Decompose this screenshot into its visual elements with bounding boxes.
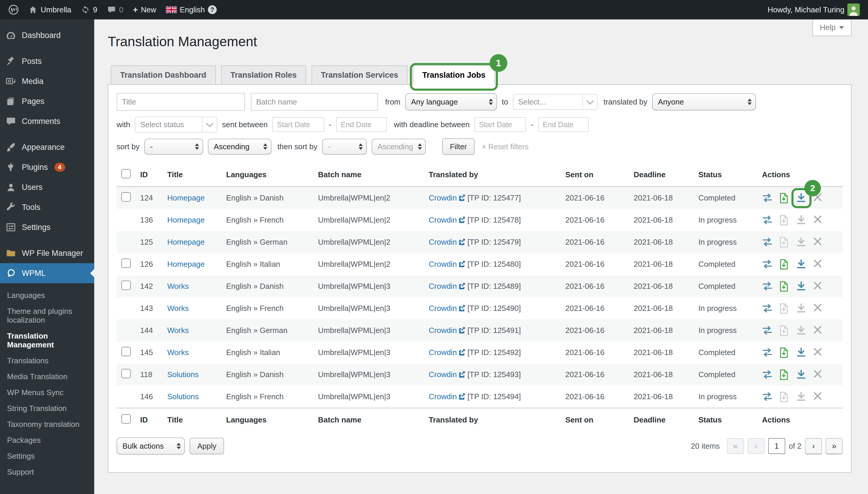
sidebar-item-posts[interactable]: Posts [0, 51, 94, 71]
sync-translation-icon[interactable] [762, 193, 773, 204]
cancel-job-icon[interactable] [813, 237, 824, 248]
download-xliff-icon[interactable] [779, 193, 790, 204]
next-page-button[interactable]: › [805, 438, 822, 454]
submenu-item-settings[interactable]: Settings [0, 448, 94, 464]
sync-translation-icon[interactable] [762, 369, 773, 380]
select-all-checkbox[interactable] [121, 414, 131, 424]
cancel-job-icon[interactable] [813, 259, 824, 270]
row-checkbox[interactable] [121, 192, 131, 202]
title-filter-input[interactable] [117, 93, 245, 111]
previous-page-button[interactable]: ‹ [748, 438, 765, 454]
submenu-item-theme-localization[interactable]: Theme and plugins localization [0, 303, 94, 328]
download-translation-icon[interactable] [796, 215, 807, 226]
sidebar-item-dashboard[interactable]: Dashboard [0, 25, 94, 45]
deadline-end-date-input[interactable] [538, 117, 589, 132]
job-title-link[interactable]: Solutions [167, 392, 199, 401]
sync-translation-icon[interactable] [762, 303, 773, 314]
batch-name-filter-input[interactable] [251, 93, 378, 111]
row-checkbox[interactable] [121, 259, 131, 268]
deadline-start-date-input[interactable] [474, 117, 526, 132]
translator-link[interactable]: Crowdin [429, 304, 457, 312]
to-language-select[interactable]: Select... [513, 94, 598, 110]
site-menu[interactable]: Umbrella [28, 5, 71, 15]
download-translation-icon[interactable] [796, 281, 807, 292]
updates-menu[interactable]: 9 [81, 5, 97, 15]
download-translation-icon[interactable] [796, 237, 807, 248]
translator-select[interactable]: Anyone [652, 93, 756, 110]
translator-link[interactable]: Crowdin [429, 282, 457, 290]
sidebar-item-appearance[interactable]: Appearance [0, 137, 94, 157]
job-title-link[interactable]: Solutions [167, 370, 199, 379]
submenu-item-taxonomy-translation[interactable]: Taxonomy translation [0, 416, 94, 432]
download-translation-icon[interactable] [796, 347, 807, 358]
submenu-item-media-translation[interactable]: Media Translation [0, 368, 94, 384]
cancel-job-icon[interactable] [813, 215, 824, 226]
sync-translation-icon[interactable] [762, 237, 773, 248]
tab-translation-jobs[interactable]: Translation Jobs 1 [413, 65, 495, 85]
download-xliff-icon[interactable] [779, 215, 790, 226]
reset-filters-link[interactable]: × Reset filters [482, 142, 529, 151]
translator-link[interactable]: Crowdin [429, 326, 457, 335]
sidebar-item-users[interactable]: Users [0, 177, 94, 197]
sidebar-item-comments[interactable]: Comments [0, 111, 94, 131]
download-xliff-icon[interactable] [779, 259, 790, 270]
translator-link[interactable]: Crowdin [429, 238, 457, 246]
download-xliff-icon[interactable] [779, 347, 790, 358]
first-page-button[interactable]: « [727, 438, 744, 454]
sort-by-select[interactable]: - [144, 139, 203, 155]
translator-link[interactable]: Crowdin [429, 392, 457, 401]
cancel-job-icon[interactable] [813, 325, 824, 336]
job-title-link[interactable]: Works [167, 348, 189, 357]
row-checkbox[interactable] [121, 281, 131, 290]
sync-translation-icon[interactable] [762, 259, 773, 270]
sort-direction-select[interactable]: Ascending [208, 139, 271, 155]
job-title-link[interactable]: Works [167, 326, 189, 335]
sync-translation-icon[interactable] [762, 325, 773, 336]
cancel-job-icon[interactable] [813, 281, 824, 292]
download-translation-icon[interactable] [796, 259, 807, 270]
tab-translation-roles[interactable]: Translation Roles [221, 65, 306, 85]
submenu-item-languages[interactable]: Languages [0, 287, 94, 303]
filter-button[interactable]: Filter [442, 138, 475, 155]
sidebar-item-tools[interactable]: Tools [0, 197, 94, 217]
download-xliff-icon[interactable] [779, 237, 790, 248]
translator-link[interactable]: Crowdin [429, 260, 457, 268]
tab-translation-services[interactable]: Translation Services [312, 65, 408, 85]
download-translation-icon[interactable] [796, 325, 807, 336]
sidebar-item-wpml[interactable]: WPML [0, 263, 94, 283]
translator-link[interactable]: Crowdin [429, 370, 457, 379]
sidebar-item-media[interactable]: Media [0, 71, 94, 91]
job-title-link[interactable]: Homepage [167, 260, 205, 268]
sidebar-item-wp-file-manager[interactable]: WP File Manager [0, 243, 94, 263]
tab-translation-dashboard[interactable]: Translation Dashboard [111, 65, 216, 85]
cancel-job-icon[interactable] [813, 369, 824, 380]
translator-link[interactable]: Crowdin [429, 193, 457, 202]
job-title-link[interactable]: Works [167, 282, 189, 290]
select-all-checkbox[interactable] [121, 169, 131, 178]
submenu-item-wp-menus-sync[interactable]: WP Menus Sync [0, 384, 94, 400]
cancel-job-icon[interactable] [813, 392, 824, 402]
language-menu[interactable]: English ? [166, 5, 217, 15]
download-translation-icon[interactable]: 2 [796, 193, 807, 204]
then-sort-by-select[interactable]: - [322, 139, 367, 155]
row-checkbox[interactable] [121, 347, 131, 356]
current-page-input[interactable] [768, 438, 785, 454]
cancel-job-icon[interactable] [813, 347, 824, 358]
job-title-link[interactable]: Works [167, 304, 189, 312]
row-checkbox[interactable] [121, 369, 131, 378]
sync-translation-icon[interactable] [762, 347, 773, 358]
job-title-link[interactable]: Homepage [167, 238, 205, 246]
then-sort-direction-select[interactable]: Ascending [372, 139, 426, 155]
apply-button[interactable]: Apply [190, 438, 224, 454]
submenu-item-string-translation[interactable]: String Translation [0, 400, 94, 416]
job-title-link[interactable]: Homepage [167, 215, 205, 224]
download-xliff-icon[interactable] [779, 392, 790, 402]
job-title-link[interactable]: Homepage [167, 193, 205, 202]
translator-link[interactable]: Crowdin [429, 215, 457, 224]
sidebar-item-plugins[interactable]: Plugins 4 [0, 157, 94, 177]
sidebar-item-pages[interactable]: Pages [0, 91, 94, 111]
help-button[interactable]: Help [812, 19, 851, 36]
sent-end-date-input[interactable] [336, 117, 387, 132]
submenu-item-support[interactable]: Support [0, 464, 94, 480]
download-xliff-icon[interactable] [779, 369, 790, 380]
